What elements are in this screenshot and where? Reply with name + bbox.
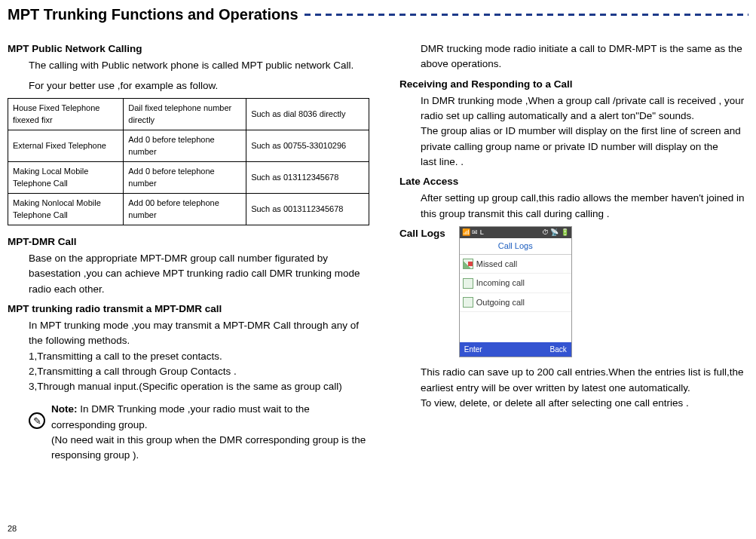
phone-screen-title: Call Logs bbox=[460, 238, 571, 255]
phone-item-label: Incoming call bbox=[476, 277, 525, 289]
status-left: 📶 ✉ L bbox=[462, 228, 484, 238]
phone-screenshot: 📶 ✉ L ⏱ 📡 🔋 Call Logs Missed call Incomi… bbox=[459, 226, 572, 358]
list-item: 3,Through manual input.(Specific operati… bbox=[29, 379, 369, 394]
section-receiving: Receiving and Responding to a Call bbox=[399, 77, 748, 92]
phone-menu-item: Incoming call bbox=[460, 274, 571, 293]
cell: Add 0 before telephone number bbox=[124, 130, 246, 161]
list-item: 1,Transmitting a call to the preset cont… bbox=[29, 349, 369, 364]
content: MPT Public Network Calling The calling w… bbox=[0, 26, 756, 470]
cell: Add 00 before telephone number bbox=[124, 193, 246, 225]
phone-status-bar: 📶 ✉ L ⏱ 📡 🔋 bbox=[460, 227, 571, 239]
text: This radio can save up to 200 call entri… bbox=[421, 365, 748, 396]
cell: House Fixed Telephone fixexed fixr bbox=[8, 98, 124, 130]
text: last line. . bbox=[421, 155, 748, 170]
missed-call-icon bbox=[463, 259, 473, 269]
page-title: MPT Trunking Functions and Operations bbox=[8, 6, 298, 23]
cell: Making Nonlocal Mobile Telephone Call bbox=[8, 193, 124, 225]
outgoing-call-icon bbox=[463, 297, 473, 308]
text: After setting up group call,this radio a… bbox=[421, 191, 748, 222]
note-body: In DMR Trunking mode ,your radio must wa… bbox=[51, 403, 310, 430]
softkey-back: Back bbox=[550, 344, 567, 355]
text: Base on the appropriate MPT-DMR group ca… bbox=[29, 251, 369, 297]
page-number: 28 bbox=[8, 524, 17, 533]
cell: Making Local Mobile Telephone Call bbox=[8, 161, 124, 193]
text: In MPT trunking mode ,you may transmit a… bbox=[29, 318, 369, 349]
header-dash-line bbox=[305, 14, 748, 16]
text: To view, delete, or delete all after sel… bbox=[421, 396, 748, 411]
cell: External Fixed Telephone bbox=[8, 130, 124, 161]
table-row: External Fixed Telephone Add 0 before te… bbox=[8, 130, 369, 161]
cell: Dail fixed telephone number directly bbox=[124, 98, 246, 130]
status-right: ⏱ 📡 🔋 bbox=[542, 228, 569, 238]
cell: Such as 00755-33010296 bbox=[246, 130, 369, 161]
text: The calling with Public network phone is… bbox=[29, 58, 369, 73]
cell: Such as dial 8036 directly bbox=[246, 98, 369, 130]
table-row: Making Local Mobile Telephone Call Add 0… bbox=[8, 161, 369, 193]
list-item: 2,Transmitting a call through Group Cont… bbox=[29, 364, 369, 379]
phone-blank-area bbox=[460, 312, 571, 342]
incoming-call-icon bbox=[463, 278, 473, 289]
table-row: House Fixed Telephone fixexed fixr Dail … bbox=[8, 98, 369, 130]
text: The group alias or ID mumber will displa… bbox=[421, 124, 748, 155]
note-text: Note: In DMR Trunking mode ,your radio m… bbox=[51, 402, 369, 463]
note-body-2: (No need wait in this group when the DMR… bbox=[51, 433, 369, 464]
note-label: Note: bbox=[51, 403, 78, 415]
text: For your better use ,for example as foll… bbox=[29, 78, 369, 93]
phone-item-label: Outgoing call bbox=[476, 296, 525, 309]
section-call-logs: Call Logs bbox=[399, 226, 445, 241]
phone-menu-item: Outgoing call bbox=[460, 293, 571, 313]
section-mpt-public: MPT Public Network Calling bbox=[8, 41, 369, 57]
cell: Such as 0013112345678 bbox=[246, 193, 369, 225]
table-row: Making Nonlocal Mobile Telephone Call Ad… bbox=[8, 193, 369, 225]
page-header: MPT Trunking Functions and Operations bbox=[0, 0, 756, 26]
left-column: MPT Public Network Calling The calling w… bbox=[8, 41, 369, 463]
pencil-note-icon: ✎ bbox=[29, 412, 45, 429]
text: In DMR trunking mode ,When a group call … bbox=[421, 93, 748, 124]
right-column: DMR trucking mode radio initiate a call … bbox=[399, 41, 748, 463]
softkey-enter: Enter bbox=[464, 344, 482, 355]
section-mpt-dmr-transmit: MPT trunking radio transmit a MPT-DMR ca… bbox=[8, 302, 369, 317]
phone-softkey-bar: Enter Back bbox=[460, 342, 571, 357]
dial-examples-table: House Fixed Telephone fixexed fixr Dail … bbox=[8, 98, 369, 225]
phone-menu-item: Missed call bbox=[460, 255, 571, 274]
phone-item-label: Missed call bbox=[476, 258, 517, 271]
text: DMR trucking mode radio initiate a call … bbox=[421, 41, 748, 72]
section-late-access: Late Access bbox=[399, 174, 748, 189]
cell: Such as 013112345678 bbox=[246, 161, 369, 193]
section-mpt-dmr: MPT-DMR Call bbox=[8, 234, 369, 250]
note-block: ✎ Note: In DMR Trunking mode ,your radio… bbox=[29, 402, 369, 463]
cell: Add 0 before telephone number bbox=[124, 161, 246, 193]
